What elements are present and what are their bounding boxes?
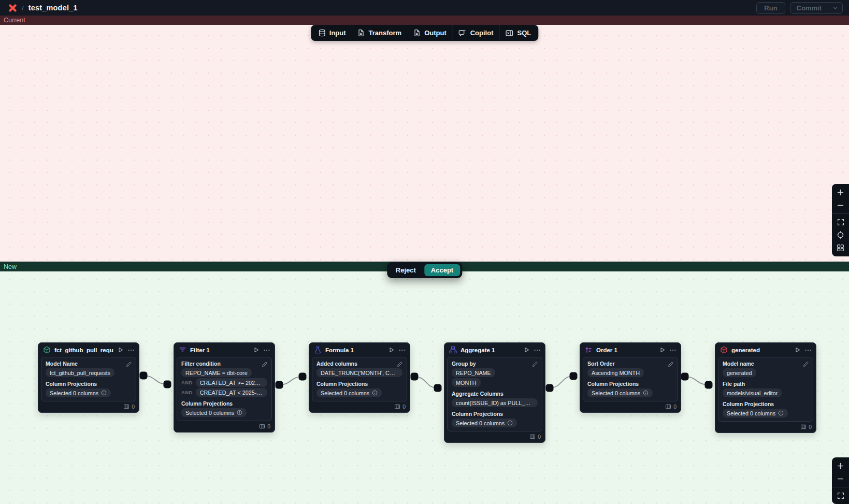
node-menu-button[interactable]: [398, 347, 406, 354]
node-source[interactable]: fct_github_pull_requestsModel Namefct_gi…: [38, 342, 139, 413]
node-menu-button[interactable]: [669, 347, 677, 354]
node-body: Filter conditionREPO_NAME = dbt-coreANDC…: [177, 357, 272, 421]
toolbar-item-output[interactable]: Output: [407, 25, 452, 41]
info-icon[interactable]: [372, 390, 378, 396]
field-row: ANDCREATED_AT < 2025-03-01: [181, 388, 267, 397]
top-bar: / test_model_1 Run Commit: [0, 0, 849, 16]
value-pill: MONTH: [452, 378, 481, 387]
input-port[interactable]: [434, 384, 442, 392]
commit-button[interactable]: Commit: [790, 3, 828, 13]
input-port[interactable]: [705, 381, 713, 389]
grid-icon: [837, 244, 844, 252]
info-icon[interactable]: [507, 420, 513, 426]
flask-icon: [314, 346, 322, 354]
sitemap-icon: [449, 346, 457, 354]
commit-dropdown-button[interactable]: [828, 3, 842, 13]
info-icon[interactable]: [237, 410, 242, 415]
edit-button[interactable]: [262, 361, 268, 367]
toolbar-item-transform[interactable]: Transform: [352, 25, 408, 41]
output-port[interactable]: [546, 384, 554, 392]
new-canvas[interactable]: fct_github_pull_requestsModel Namefct_gi…: [0, 271, 849, 504]
columns-icon: [394, 404, 400, 410]
zoom-out-button[interactable]: [832, 472, 849, 485]
value-pill-text: MONTH: [456, 380, 477, 386]
input-port[interactable]: [164, 381, 171, 388]
node-menu-button[interactable]: [804, 347, 812, 354]
node-play-button[interactable]: [794, 347, 801, 353]
output-port[interactable]: [276, 381, 283, 389]
node-filter-1[interactable]: Filter 1Filter conditionREPO_NAME = dbt-…: [174, 342, 275, 433]
toolbar-item-copilot[interactable]: Copilot: [453, 25, 499, 41]
output-port[interactable]: [411, 373, 419, 381]
reject-button[interactable]: Reject: [389, 264, 423, 276]
minus-icon: [837, 475, 844, 483]
dbt-logo-icon: [8, 4, 17, 12]
run-button[interactable]: Run: [756, 2, 785, 14]
info-icon[interactable]: [101, 390, 107, 396]
edit-button[interactable]: [126, 361, 132, 367]
node-formula-1[interactable]: Formula 1Added columnsDATE_TRUNC('MONTH'…: [309, 342, 410, 413]
edit-button[interactable]: [803, 361, 809, 367]
node-footer: 0: [444, 433, 545, 442]
node-footer: 0: [38, 403, 139, 412]
fit-view-button[interactable]: [832, 489, 849, 502]
node-title: generated: [731, 347, 790, 353]
input-port[interactable]: [570, 372, 578, 380]
ellipsis-icon: [127, 347, 135, 354]
field-row: MONTH: [452, 378, 538, 387]
field-row: Selected 0 columns: [46, 388, 132, 397]
zoom-in-button[interactable]: [832, 186, 849, 199]
node-play-button[interactable]: [117, 347, 124, 353]
node-menu-button[interactable]: [534, 347, 541, 354]
input-port[interactable]: [299, 373, 307, 381]
plus-icon: [837, 189, 844, 196]
value-pill-text: DATE_TRUNC('MONTH', CREATED_AT…: [321, 370, 398, 376]
fit-view-button[interactable]: [832, 215, 849, 228]
node-header: Aggregate 1: [444, 343, 545, 356]
value-pill-text: Selected 0 columns: [592, 390, 640, 396]
pencil-icon: [262, 361, 268, 367]
ellipsis-icon: [263, 347, 270, 354]
node-menu-button[interactable]: [263, 347, 270, 354]
minus-icon: [837, 201, 844, 209]
pencil-icon: [668, 361, 674, 367]
edit-button[interactable]: [397, 361, 403, 367]
play-icon: [659, 347, 666, 353]
node-aggregate-1[interactable]: Aggregate 1Group byREPO_NAMEMONTHAggrega…: [444, 342, 545, 443]
value-pill: count(ISSUE_ID) as PULL_REQUEST_…: [452, 398, 538, 407]
info-icon[interactable]: [778, 410, 784, 416]
node-generated[interactable]: generatedModel namegeneratedFile pathmod…: [715, 342, 816, 433]
node-menu-button[interactable]: [127, 347, 135, 354]
node-play-button[interactable]: [523, 347, 530, 353]
node-footer: 0: [309, 403, 410, 412]
toolbar-item-input[interactable]: Input: [312, 25, 352, 41]
edit-button[interactable]: [532, 361, 538, 367]
toolbar-item-label: Input: [329, 29, 346, 37]
field-row: Selected 0 columns: [452, 419, 538, 427]
edit-button[interactable]: [668, 361, 674, 367]
node-body: Model Namefct_github_pull_requestsColumn…: [41, 357, 136, 401]
column-count: 0: [267, 423, 270, 429]
toolbar-item-sql[interactable]: SQL: [499, 25, 537, 41]
ellipsis-icon: [669, 347, 677, 354]
current-canvas[interactable]: InputTransformOutputCopilotSQL: [0, 25, 849, 262]
value-pill-text: Selected 0 columns: [456, 420, 505, 426]
info-icon[interactable]: [643, 390, 649, 396]
column-count: 0: [538, 434, 541, 440]
document-icon: [413, 29, 421, 37]
output-port[interactable]: [140, 372, 148, 380]
node-play-button[interactable]: [659, 347, 666, 353]
zoom-out-button[interactable]: [832, 199, 849, 212]
locate-button[interactable]: [832, 228, 849, 241]
node-play-button[interactable]: [388, 347, 395, 353]
pencil-icon: [126, 361, 132, 367]
pencil-icon: [803, 361, 809, 367]
node-order-1[interactable]: Order 1Sort OrderAscending MONTHColumn P…: [580, 342, 681, 413]
node-header: fct_github_pull_requests: [38, 343, 139, 356]
node-title: fct_github_pull_requests: [54, 347, 113, 353]
grid-view-button[interactable]: [832, 241, 849, 254]
output-port[interactable]: [681, 373, 689, 381]
node-play-button[interactable]: [253, 347, 260, 353]
accept-button[interactable]: Accept: [424, 264, 460, 276]
zoom-in-button[interactable]: [832, 459, 849, 472]
